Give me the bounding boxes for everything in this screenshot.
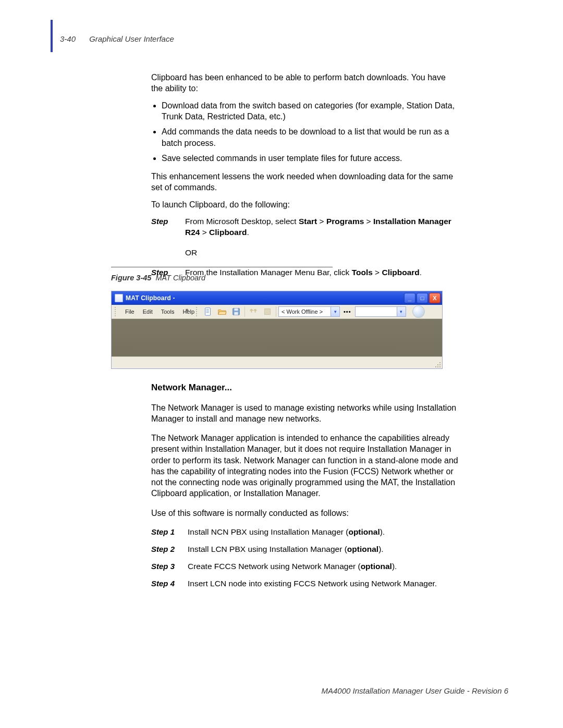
new-document-button[interactable] xyxy=(202,306,214,317)
stop-icon xyxy=(263,307,272,316)
connection-combo[interactable]: < Work Offline > ▾ xyxy=(278,306,340,317)
document-icon xyxy=(203,307,213,316)
paragraph: Use of this software is normally conduct… xyxy=(151,508,459,519)
floppy-disk-icon xyxy=(231,307,241,316)
step-label: Step 1 xyxy=(151,527,188,538)
document-page: 3-40 Graphical User Interface Clipboard … xyxy=(0,0,563,728)
globe-icon[interactable] xyxy=(412,305,425,318)
figure-number: Figure 3-45 xyxy=(111,274,151,282)
paragraph: Clipboard has been enhanced to be able t… xyxy=(151,72,459,94)
paragraph: The Network Manager application is inten… xyxy=(151,433,459,499)
step-text: Create FCCS Network using Network Manage… xyxy=(188,561,459,572)
step-label: Step 4 xyxy=(151,578,188,589)
stop-button[interactable] xyxy=(261,306,274,317)
status-bar xyxy=(112,356,442,368)
overflow-chevron-icon[interactable]: » xyxy=(186,307,188,313)
section-heading: Network Manager... xyxy=(151,382,459,394)
separator xyxy=(244,306,245,317)
svg-rect-6 xyxy=(234,312,238,315)
svg-rect-0 xyxy=(205,308,211,315)
step-text: From the Installation Manager Menu Bar, … xyxy=(185,267,459,278)
svg-rect-5 xyxy=(234,309,238,311)
resize-grip-icon[interactable] xyxy=(434,361,440,367)
network-manager-section: Network Manager... The Network Manager i… xyxy=(151,382,459,596)
step-label: Step 3 xyxy=(151,561,188,572)
page-number: 3-40 xyxy=(60,34,76,43)
window-controls: _ □ X xyxy=(404,293,440,303)
step-row: Step 2 Install LCN PBX using Installatio… xyxy=(151,544,459,555)
secondary-combo[interactable]: ▾ xyxy=(355,306,406,317)
step-row: Step 3 Create FCCS Network using Network… xyxy=(151,561,459,572)
toolbar: < Work Offline > ▾ ••• ▾ xyxy=(196,305,425,318)
bullet-item: Save selected commands in user template … xyxy=(162,153,459,164)
step-text: Install LCN PBX using Installation Manag… xyxy=(188,544,459,555)
separator xyxy=(276,306,276,317)
minimize-button[interactable]: _ xyxy=(404,293,415,303)
svg-rect-7 xyxy=(265,309,271,315)
header-accent-rule xyxy=(51,20,53,52)
step-row: Step From Microsoft Desktop, select Star… xyxy=(151,216,459,238)
bullet-list: Download data from the switch based on c… xyxy=(151,100,459,164)
close-button[interactable]: X xyxy=(429,293,440,303)
step-label: Step xyxy=(151,216,185,238)
figure-rule xyxy=(111,267,333,267)
paragraph: To launch Clipboard, do the following: xyxy=(151,199,459,210)
more-button[interactable]: ••• xyxy=(341,309,353,315)
open-button[interactable] xyxy=(216,306,228,317)
window-titlebar[interactable]: MAT Clipboard - _ □ X xyxy=(112,291,442,305)
chapter-title: Graphical User Interface xyxy=(89,34,174,43)
app-icon xyxy=(115,294,123,302)
toolbar-grip[interactable] xyxy=(115,307,118,316)
paragraph: The Network Manager is used to manage ex… xyxy=(151,402,459,425)
save-button[interactable] xyxy=(230,306,242,317)
chevron-down-icon[interactable]: ▾ xyxy=(397,307,406,316)
running-footer: MA4000 Installation Manager User Guide -… xyxy=(321,686,508,695)
launch-steps: Step From Microsoft Desktop, select Star… xyxy=(151,216,459,278)
menu-edit[interactable]: Edit xyxy=(139,307,157,316)
figure-caption: Figure 3-45 MAT Clipboard xyxy=(111,274,205,282)
mat-clipboard-window: MAT Clipboard - _ □ X File Edit Tools He… xyxy=(111,291,443,369)
menu-file[interactable]: File xyxy=(121,307,139,316)
step-label: Step 2 xyxy=(151,544,188,555)
body-column-1: Clipboard has been enhanced to be able t… xyxy=(151,72,459,285)
menu-bar: File Edit Tools Help » xyxy=(112,305,442,319)
step-text: From Microsoft Desktop, select Start > P… xyxy=(185,216,459,238)
step-row: Step 4 Insert LCN node into existing FCC… xyxy=(151,578,459,589)
client-area xyxy=(112,319,442,356)
step-text: Insert LCN node into existing FCCS Netwo… xyxy=(188,578,459,589)
upload-button[interactable] xyxy=(247,306,260,317)
step-row: Step 1 Install NCN PBX using Installatio… xyxy=(151,527,459,538)
bullet-item: Add commands the data needs to be downlo… xyxy=(162,126,459,148)
folder-open-icon xyxy=(217,307,227,316)
usage-steps: Step 1 Install NCN PBX using Installatio… xyxy=(151,527,459,589)
maximize-button[interactable]: □ xyxy=(417,293,428,303)
figure-title: MAT Clipboard xyxy=(155,274,205,282)
arrows-up-icon xyxy=(249,307,258,316)
chevron-down-icon[interactable]: ▾ xyxy=(331,307,339,316)
paragraph: This enhancement lessens the work needed… xyxy=(151,171,459,193)
window-title: MAT Clipboard - xyxy=(126,294,175,302)
menu-tools[interactable]: Tools xyxy=(157,307,179,316)
bullet-item: Download data from the switch based on c… xyxy=(162,100,459,122)
step-text: Install NCN PBX using Installation Manag… xyxy=(188,527,459,538)
or-separator: OR xyxy=(185,248,459,258)
toolbar-grip[interactable] xyxy=(196,307,199,316)
combo-value: < Work Offline > xyxy=(279,309,331,315)
running-header: 3-40 Graphical User Interface xyxy=(60,34,174,43)
